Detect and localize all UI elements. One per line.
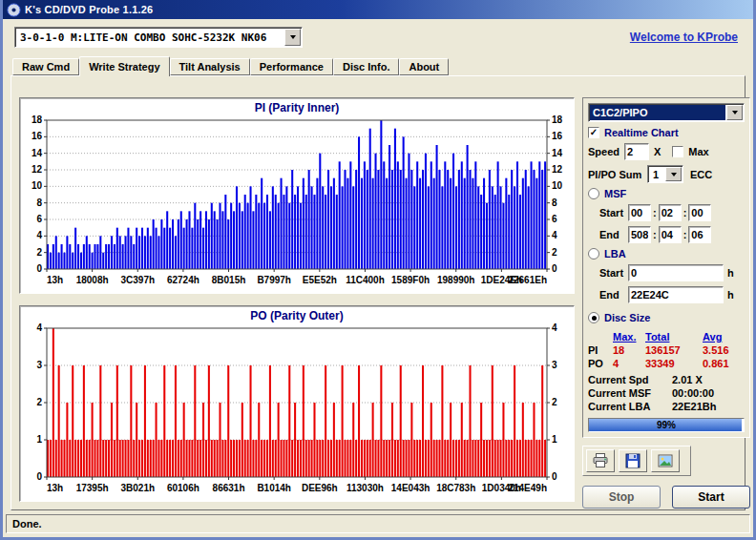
svg-text:4: 4	[36, 230, 42, 240]
speed-label: Speed	[588, 146, 624, 157]
svg-text:6: 6	[552, 214, 557, 224]
svg-text:18: 18	[552, 114, 563, 125]
max-checkbox[interactable]: ✓	[672, 146, 683, 157]
svg-text:3B021h: 3B021h	[120, 483, 155, 493]
tab-write-strategy[interactable]: Write Strategy	[79, 56, 169, 76]
chevron-down-icon[interactable]	[726, 105, 743, 120]
max-label: Max	[688, 146, 708, 157]
stats-header-total: Total	[645, 330, 703, 343]
lba-label: LBA	[604, 248, 626, 260]
svg-text:6: 6	[36, 214, 42, 224]
svg-text:4: 4	[36, 322, 42, 333]
tab-disc-info[interactable]: Disc Info.	[333, 58, 400, 75]
tab-about[interactable]: About	[399, 58, 449, 75]
svg-text:8: 8	[36, 197, 42, 208]
msf-label: MSF	[604, 188, 626, 199]
device-select-value: 3-0-1-0 M:LITE-ON COMBO SOHC-5232K NK06	[15, 28, 284, 47]
disc-size-radio[interactable]	[588, 312, 599, 323]
svg-text:60106h: 60106h	[167, 483, 200, 493]
current-msf-row: Current MSF 00:00:00	[588, 386, 745, 400]
radio-dot	[592, 316, 597, 321]
po-total: 33349	[645, 357, 703, 370]
svg-text:14: 14	[552, 148, 563, 158]
svg-text:10: 10	[552, 180, 563, 191]
svg-text:18C783h: 18C783h	[436, 483, 475, 493]
po-chart-panel: PO (Parity Outer) 001122334413h17395h3B0…	[19, 305, 575, 502]
svg-text:198990h: 198990h	[437, 275, 474, 285]
options-group: C1C2/PIPO ✓ Realtime Chart Speed X ✓ Max	[582, 97, 750, 438]
svg-text:3: 3	[36, 360, 42, 370]
msf-start-label: Start	[599, 207, 628, 218]
title-bar[interactable]: K's CD/DVD Probe 1.1.26	[3, 0, 753, 19]
save-image-button[interactable]	[651, 449, 680, 472]
svg-text:11C400h: 11C400h	[346, 275, 385, 285]
welcome-link[interactable]: Welcome to KProbe	[630, 31, 738, 44]
msf-start-min[interactable]	[628, 204, 651, 221]
realtime-checkbox[interactable]: ✓	[588, 127, 599, 138]
lba-radio[interactable]	[588, 248, 599, 260]
current-lba-label: Current LBA	[588, 400, 672, 413]
po-chart-title: PO (Parity Outer)	[20, 306, 574, 322]
svg-text:18: 18	[32, 114, 43, 125]
action-buttons: Stop Start	[582, 486, 750, 509]
pipo-sum-label: PI/PO Sum	[588, 169, 647, 180]
start-button[interactable]: Start	[672, 486, 750, 509]
svg-text:13h: 13h	[47, 275, 63, 285]
svg-text:0: 0	[36, 263, 42, 274]
window-title: K's CD/DVD Probe 1.1.26	[25, 4, 153, 15]
svg-text:1: 1	[552, 434, 557, 445]
svg-text:E5E52h: E5E52h	[303, 275, 337, 285]
svg-text:B1014h: B1014h	[257, 483, 291, 493]
svg-text:18008h: 18008h	[76, 275, 109, 285]
svg-text:8: 8	[552, 197, 557, 208]
svg-text:62724h: 62724h	[167, 275, 200, 285]
msf-end-frame[interactable]	[688, 226, 711, 243]
mode-select[interactable]: C1C2/PIPO	[588, 103, 745, 122]
svg-text:4: 4	[552, 322, 557, 333]
device-select[interactable]: 3-0-1-0 M:LITE-ON COMBO SOHC-5232K NK06	[14, 27, 303, 48]
print-button[interactable]	[586, 449, 615, 472]
lba-end-unit: h	[727, 289, 734, 301]
msf-start-sec[interactable]	[659, 204, 682, 221]
save-button[interactable]	[619, 449, 647, 472]
lba-start-label: Start	[599, 267, 628, 279]
lba-start-input[interactable]	[628, 264, 724, 281]
chevron-down-icon[interactable]	[284, 29, 301, 46]
stats-header-avg: Avg	[703, 330, 745, 343]
printer-icon	[592, 453, 609, 468]
pi-avg: 3.516	[703, 343, 745, 357]
svg-text:2: 2	[552, 247, 557, 258]
app-icon	[7, 3, 21, 17]
write-strategy-page: PI (Parity Inner) 0022446688101012121414…	[10, 75, 746, 510]
svg-text:12: 12	[32, 164, 43, 175]
po-avg: 0.861	[703, 357, 745, 370]
pi-chart-panel: PI (Parity Inner) 0022446688101012121414…	[19, 97, 575, 294]
pipo-sum-select[interactable]: 1	[647, 165, 683, 183]
tab-raw-cmd[interactable]: Raw Cmd	[12, 58, 79, 75]
msf-radio[interactable]	[588, 188, 599, 199]
svg-text:8B015h: 8B015h	[212, 275, 246, 285]
stats-header: Max. Total Avg	[588, 330, 745, 343]
svg-text:13h: 13h	[47, 483, 63, 493]
pipo-sum-value: 1	[648, 166, 664, 182]
svg-text:86631h: 86631h	[213, 483, 245, 493]
chevron-down-icon[interactable]	[665, 167, 682, 181]
msf-start-frame[interactable]	[688, 204, 711, 221]
speed-input[interactable]	[624, 143, 649, 160]
realtime-label: Realtime Chart	[604, 127, 679, 138]
stop-button[interactable]: Stop	[582, 486, 661, 509]
tab-performance[interactable]: Performance	[250, 58, 333, 75]
tab-tilt-analysis[interactable]: Tilt Analysis	[170, 58, 250, 75]
msf-end-sec[interactable]	[659, 226, 682, 243]
current-msf-label: Current MSF	[588, 386, 672, 400]
check-icon: ✓	[590, 128, 598, 137]
svg-text:4: 4	[552, 230, 557, 240]
msf-end-min[interactable]	[628, 226, 651, 243]
svg-text:1589F0h: 1589F0h	[391, 275, 430, 285]
pi-total: 136157	[645, 343, 703, 357]
current-speed-label: Current Spd	[588, 373, 672, 386]
device-row: 3-0-1-0 M:LITE-ON COMBO SOHC-5232K NK06 …	[14, 27, 742, 48]
current-speed-value: 2.01 X	[672, 373, 745, 386]
lba-end-input[interactable]	[628, 286, 724, 303]
svg-text:16: 16	[32, 131, 43, 141]
